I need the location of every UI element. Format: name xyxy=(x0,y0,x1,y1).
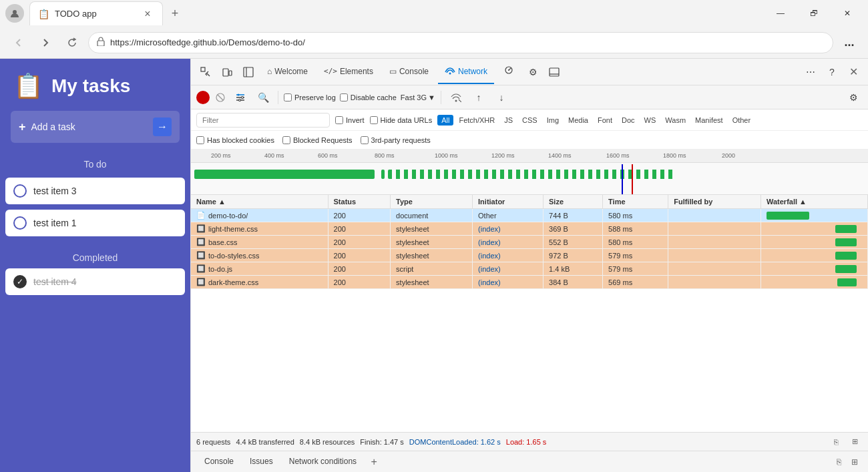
close-window-button[interactable]: ✕ xyxy=(832,3,863,24)
filter-type-other[interactable]: Other xyxy=(728,115,755,126)
filter-type-js[interactable]: JS xyxy=(500,115,517,126)
filter-input[interactable] xyxy=(196,113,330,128)
tab-network[interactable]: Network xyxy=(438,60,494,84)
help-button[interactable]: ? xyxy=(823,63,841,81)
filter-type-ws[interactable]: WS xyxy=(640,115,660,126)
inspect-element-button[interactable] xyxy=(196,63,215,81)
tab-welcome[interactable]: ⌂ Welcome xyxy=(260,60,314,84)
download-button[interactable]: ↓ xyxy=(492,88,511,107)
table-row[interactable]: 🔲to-do-styles.css200stylesheet(index)972… xyxy=(191,249,868,262)
cell-initiator[interactable]: (index) xyxy=(473,262,544,276)
devtools-close-button[interactable]: ✕ xyxy=(844,63,863,81)
col-initiator[interactable]: Initiator xyxy=(473,195,544,209)
filter-type-fetch-xhr[interactable]: Fetch/XHR xyxy=(455,115,499,126)
table-row[interactable]: 🔲to-do.js200script(index)1.4 kB579 ms xyxy=(191,262,868,276)
initiator-link[interactable]: (index) xyxy=(478,225,501,233)
clear-button[interactable] xyxy=(214,91,227,104)
refresh-button[interactable] xyxy=(61,32,83,53)
col-status[interactable]: Status xyxy=(328,195,391,209)
blocked-cookies-checkbox[interactable]: Has blocked cookies xyxy=(196,136,274,144)
col-time[interactable]: Time xyxy=(603,195,668,209)
filter-type-wasm[interactable]: Wasm xyxy=(661,115,690,126)
maximize-button[interactable]: 🗗 xyxy=(799,3,829,24)
initiator-link[interactable]: (index) xyxy=(478,278,501,286)
bottom-tab-issues[interactable]: Issues xyxy=(242,451,281,473)
add-task-bar[interactable]: + Add a task → xyxy=(11,111,180,143)
filter-type-doc[interactable]: Doc xyxy=(618,115,639,126)
sidebar-toggle-button[interactable] xyxy=(239,63,258,81)
tab-close-button[interactable]: × xyxy=(141,7,154,21)
tab-console[interactable]: ▭ Console xyxy=(383,60,435,84)
filter-type-media[interactable]: Media xyxy=(564,115,592,126)
col-name[interactable]: Name ▲ xyxy=(191,195,328,209)
preserve-log-checkbox[interactable]: Preserve log xyxy=(284,93,336,101)
tab-elements-label: Elements xyxy=(340,67,373,76)
tab-performance[interactable] xyxy=(497,60,521,84)
task-checkbox-completed-1[interactable]: ✓ xyxy=(13,275,27,288)
cell-initiator[interactable]: (index) xyxy=(473,236,544,249)
invert-checkbox[interactable]: Invert xyxy=(335,116,365,124)
timeline-area[interactable]: 200 ms 400 ms 600 ms 800 ms 1000 ms 1200… xyxy=(191,150,868,195)
hide-data-urls-checkbox[interactable]: Hide data URLs xyxy=(370,116,433,124)
filter-type-img[interactable]: Img xyxy=(543,115,563,126)
task-checkbox-1[interactable] xyxy=(13,184,27,198)
record-button[interactable] xyxy=(196,91,210,104)
minimize-button[interactable]: — xyxy=(765,3,796,24)
filter-type-all[interactable]: All xyxy=(437,115,453,126)
table-row[interactable]: 🔲base.css200stylesheet(index)552 B580 ms xyxy=(191,236,868,249)
third-party-checkbox[interactable]: 3rd-party requests xyxy=(361,136,431,144)
cell-initiator[interactable]: (index) xyxy=(473,276,544,289)
task-checkbox-2[interactable] xyxy=(13,216,27,230)
task-item-completed-1[interactable]: ✓ test item 4 xyxy=(5,268,185,295)
col-type[interactable]: Type xyxy=(391,195,473,209)
network-settings-button[interactable]: ⚙ xyxy=(844,88,863,107)
cell-initiator[interactable]: (index) xyxy=(473,222,544,236)
add-task-arrow-button[interactable]: → xyxy=(153,117,172,136)
cell-name: 🔲base.css xyxy=(191,236,328,249)
svg-point-15 xyxy=(238,93,240,95)
settings-status-button[interactable]: ⊞ xyxy=(847,434,863,450)
table-row[interactable]: 🔲dark-theme.css200stylesheet(index)384 B… xyxy=(191,276,868,289)
bottom-tab-console[interactable]: Console xyxy=(196,451,242,473)
bottom-add-tab-button[interactable]: + xyxy=(365,453,383,471)
back-button[interactable] xyxy=(8,32,29,53)
tab-title: TODO app xyxy=(55,9,136,19)
disable-cache-checkbox[interactable]: Disable cache xyxy=(340,93,397,101)
initiator-link[interactable]: (index) xyxy=(478,265,501,273)
detach-button[interactable]: ⎘ xyxy=(831,454,847,470)
filter-requests-button[interactable] xyxy=(231,88,250,107)
profile-icon[interactable] xyxy=(5,4,24,23)
bottom-tab-network-conditions[interactable]: Network conditions xyxy=(281,451,365,473)
blocked-requests-checkbox[interactable]: Blocked Requests xyxy=(282,136,353,144)
col-size[interactable]: Size xyxy=(544,195,603,209)
more-options-button[interactable]: ... xyxy=(839,32,860,53)
filter-type-css[interactable]: CSS xyxy=(518,115,541,126)
settings-button[interactable]: ⚙ xyxy=(523,63,542,81)
initiator-link[interactable]: (index) xyxy=(478,238,501,246)
network-table-container[interactable]: Name ▲ Status Type Initiator Size Time F… xyxy=(191,195,868,432)
close-bottom-button[interactable]: ⊞ xyxy=(847,454,863,470)
new-tab-button[interactable]: + xyxy=(166,4,184,23)
throttle-selector[interactable]: Fast 3G ▼ xyxy=(401,93,435,101)
more-tools-button[interactable]: ⋯ xyxy=(801,63,820,81)
device-mode-button[interactable] xyxy=(218,63,236,81)
filter-type-manifest[interactable]: Manifest xyxy=(691,115,727,126)
task-item-2[interactable]: test item 1 xyxy=(5,210,185,236)
screenshot-button[interactable]: ⎘ xyxy=(828,434,844,450)
task-item-1[interactable]: test item 3 xyxy=(5,178,185,204)
search-network-button[interactable]: 🔍 xyxy=(254,88,272,107)
device-emulation-button[interactable] xyxy=(545,63,564,81)
col-waterfall[interactable]: Waterfall ▲ xyxy=(761,195,868,209)
cell-initiator[interactable]: (index) xyxy=(473,249,544,262)
table-row[interactable]: 🔲light-theme.css200stylesheet(index)369 … xyxy=(191,222,868,236)
active-tab[interactable]: 📋 TODO app × xyxy=(29,1,163,25)
forward-button[interactable] xyxy=(35,32,56,53)
tab-elements[interactable]: </> Elements xyxy=(317,60,380,84)
table-row[interactable]: 📄demo-to-do/200documentOther744 B580 ms xyxy=(191,209,868,222)
url-bar[interactable]: https://microsoftedge.github.io/Demos/de… xyxy=(88,32,833,53)
filter-type-font[interactable]: Font xyxy=(594,115,616,126)
wifi-icon[interactable] xyxy=(447,88,465,107)
upload-button[interactable]: ↑ xyxy=(469,88,488,107)
initiator-link[interactable]: (index) xyxy=(478,252,501,260)
col-fulfilled-by[interactable]: Fulfilled by xyxy=(668,195,761,209)
